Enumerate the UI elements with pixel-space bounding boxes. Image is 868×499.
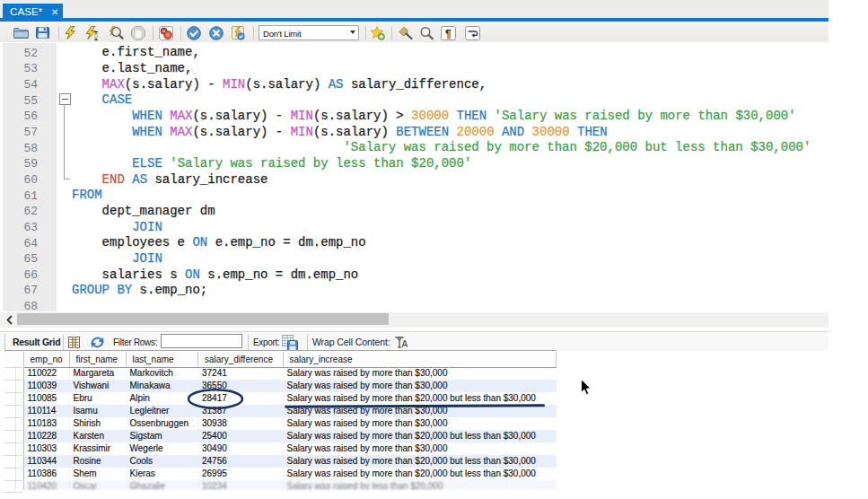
svg-text:A: A [402, 339, 408, 348]
svg-text:¶: ¶ [445, 28, 452, 40]
